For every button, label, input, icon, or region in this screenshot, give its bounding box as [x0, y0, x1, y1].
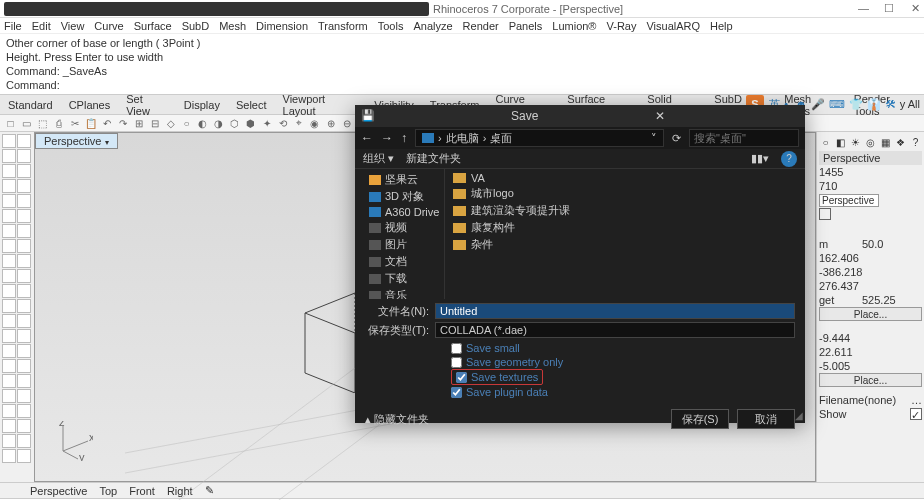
menu-edit[interactable]: Edit: [32, 20, 51, 32]
minimize-button[interactable]: —: [858, 2, 868, 15]
list-item[interactable]: VA: [451, 171, 799, 185]
cancel-button[interactable]: 取消: [737, 409, 795, 429]
filetype-select[interactable]: [435, 322, 795, 338]
tree-node[interactable]: 下载: [355, 270, 444, 287]
tab-cplanes[interactable]: CPlanes: [61, 95, 119, 114]
menu-help[interactable]: Help: [710, 20, 733, 32]
tool-icon[interactable]: [17, 209, 31, 223]
menu-dimension[interactable]: Dimension: [256, 20, 308, 32]
tool-icon[interactable]: [2, 284, 16, 298]
tool-icon[interactable]: [17, 194, 31, 208]
close-button[interactable]: ✕: [910, 2, 920, 15]
save-button[interactable]: 保存(S): [671, 409, 729, 429]
nav-back[interactable]: ←: [361, 131, 373, 145]
tool-icon[interactable]: [2, 449, 16, 463]
tab-display[interactable]: Display: [176, 95, 228, 114]
refresh-button[interactable]: ⟳: [672, 132, 681, 145]
tree-node[interactable]: 音乐: [355, 287, 444, 299]
hide-folders-toggle[interactable]: ▴ 隐藏文件夹: [365, 412, 429, 427]
resize-grip[interactable]: ◢: [795, 410, 803, 421]
list-item[interactable]: 建筑渲染专项提升课: [451, 202, 799, 219]
panel-icon[interactable]: ◧: [834, 136, 847, 149]
toolbar-icon[interactable]: ✂: [68, 117, 81, 130]
toolbar-icon[interactable]: ✦: [260, 117, 273, 130]
toolbar-icon[interactable]: ⊟: [148, 117, 161, 130]
toolbar-icon[interactable]: ⬢: [244, 117, 257, 130]
tool-icon[interactable]: [17, 299, 31, 313]
tool-icon[interactable]: [2, 254, 16, 268]
menu-file[interactable]: File: [4, 20, 22, 32]
show-checkbox[interactable]: ✓: [910, 408, 922, 420]
tree-node[interactable]: A360 Drive: [355, 205, 444, 219]
toolbar-icon[interactable]: ⌖: [292, 117, 305, 130]
new-folder-button[interactable]: 新建文件夹: [406, 151, 461, 166]
toolbar-icon[interactable]: ◉: [308, 117, 321, 130]
panel-icon[interactable]: ▦: [879, 136, 892, 149]
tab-set-view[interactable]: Set View: [118, 95, 176, 114]
tool-icon[interactable]: [2, 404, 16, 418]
menu-transform[interactable]: Transform: [318, 20, 368, 32]
tool-icon[interactable]: [2, 134, 16, 148]
toolbar-icon[interactable]: ⊖: [340, 117, 353, 130]
menu-panels[interactable]: Panels: [509, 20, 543, 32]
menu-analyze[interactable]: Analyze: [413, 20, 452, 32]
toolbar-icon[interactable]: ↶: [100, 117, 113, 130]
crumb-item[interactable]: 此电脑: [446, 131, 479, 146]
list-item[interactable]: 杂件: [451, 236, 799, 253]
ime-icon[interactable]: 👕: [849, 98, 863, 111]
tab-viewport-layout[interactable]: Viewport Layout: [275, 95, 367, 114]
menu-tools[interactable]: Tools: [378, 20, 404, 32]
breadcrumb[interactable]: ›此电脑 ›桌面 ˅: [415, 129, 664, 147]
tool-icon[interactable]: [17, 269, 31, 283]
toolbar-icon[interactable]: ⊞: [132, 117, 145, 130]
menu-view[interactable]: View: [61, 20, 85, 32]
toolbar-icon[interactable]: ⎙: [52, 117, 65, 130]
tool-icon[interactable]: [2, 389, 16, 403]
tool-icon[interactable]: [2, 224, 16, 238]
tool-icon[interactable]: [2, 419, 16, 433]
tool-icon[interactable]: [17, 164, 31, 178]
tool-icon[interactable]: [17, 344, 31, 358]
toolbar-icon[interactable]: ◇: [164, 117, 177, 130]
tab-standard[interactable]: Standard: [0, 95, 61, 114]
save-opt-save-geometry-only[interactable]: Save geometry only: [451, 355, 795, 369]
save-opt-save-plugin-data[interactable]: Save plugin data: [451, 385, 795, 399]
tool-icon[interactable]: [17, 149, 31, 163]
tool-icon[interactable]: [17, 434, 31, 448]
menu-mesh[interactable]: Mesh: [219, 20, 246, 32]
tool-icon[interactable]: [17, 134, 31, 148]
menu-curve[interactable]: Curve: [94, 20, 123, 32]
menu-v-ray[interactable]: V-Ray: [606, 20, 636, 32]
toolbar-icon[interactable]: ⬚: [36, 117, 49, 130]
menu-render[interactable]: Render: [463, 20, 499, 32]
list-item[interactable]: 康复构件: [451, 219, 799, 236]
menu-visualarq[interactable]: VisualARQ: [646, 20, 700, 32]
tool-icon[interactable]: [2, 269, 16, 283]
tool-icon[interactable]: [2, 374, 16, 388]
tool-icon[interactable]: [17, 179, 31, 193]
panel-icon[interactable]: ☀: [849, 136, 862, 149]
toolbar-icon[interactable]: ○: [180, 117, 193, 130]
nav-up[interactable]: ↑: [401, 131, 407, 145]
tool-icon[interactable]: [2, 299, 16, 313]
tree-node[interactable]: 视频: [355, 219, 444, 236]
tool-icon[interactable]: [2, 194, 16, 208]
tree-node[interactable]: 坚果云: [355, 171, 444, 188]
organize-menu[interactable]: 组织 ▾: [363, 151, 394, 166]
search-input[interactable]: [689, 129, 799, 147]
toolbar-icon[interactable]: ⬡: [228, 117, 241, 130]
tree-node[interactable]: 3D 对象: [355, 188, 444, 205]
tree-node[interactable]: 图片: [355, 236, 444, 253]
toolbar-icon[interactable]: ▭: [20, 117, 33, 130]
tool-icon[interactable]: [17, 284, 31, 298]
menu-lumion®[interactable]: Lumion®: [552, 20, 596, 32]
toolbar-icon[interactable]: □: [4, 117, 17, 130]
tool-icon[interactable]: [2, 344, 16, 358]
save-opt-save-textures[interactable]: Save textures: [451, 369, 543, 385]
tool-icon[interactable]: [17, 254, 31, 268]
tool-icon[interactable]: [17, 224, 31, 238]
toolbar-icon[interactable]: ◑: [212, 117, 225, 130]
panel-icon[interactable]: ○: [819, 136, 832, 149]
nav-fwd[interactable]: →: [381, 131, 393, 145]
cmd-prompt[interactable]: Command:: [6, 78, 918, 92]
